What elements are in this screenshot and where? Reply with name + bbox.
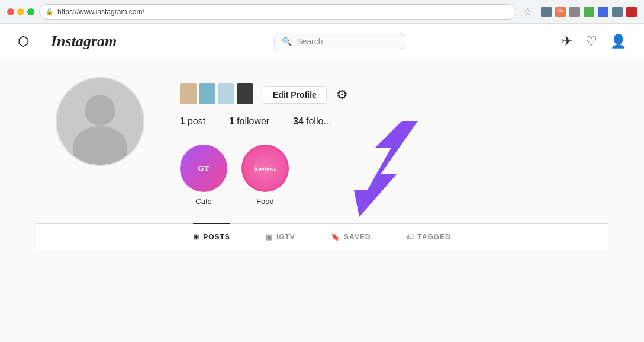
browser-dots	[7, 8, 34, 15]
saved-tab-label: SAVED	[344, 233, 371, 241]
profile-info: Edit Profile ⚙ 1 post 1 follower 34	[180, 77, 588, 206]
saved-tab-icon: 🔖	[331, 233, 340, 241]
instagram-icon: ⬡	[18, 34, 29, 49]
igtv-tab-label: IGTV	[276, 233, 295, 241]
tab-posts[interactable]: ⊞ POSTS	[193, 223, 230, 250]
highlight-cafe-circle[interactable]: GT	[180, 145, 227, 192]
tab-igtv[interactable]: ▣ IGTV	[266, 224, 295, 250]
followers-count: 1	[229, 116, 234, 127]
avatar-head	[85, 95, 115, 126]
following-count: 34	[293, 116, 304, 127]
posts-tab-icon: ⊞	[193, 233, 199, 241]
posts-count: 1	[180, 116, 185, 127]
story-thumbnails	[180, 83, 253, 104]
highlight-cafe-label: Cafe	[195, 197, 211, 206]
tab-saved[interactable]: 🔖 SAVED	[331, 224, 371, 250]
story-thumb-1	[180, 83, 197, 104]
instagram-logo: Instagram	[51, 33, 117, 50]
story-thumb-3	[218, 83, 234, 104]
extension-icons: 25	[541, 7, 637, 17]
activity-icon[interactable]: ♡	[585, 34, 597, 49]
igtv-tab-icon: ▣	[266, 233, 273, 241]
highlight-cafe[interactable]: GT Cafe	[180, 145, 227, 206]
story-thumb-4	[237, 83, 253, 104]
posts-stat: 1 post	[180, 116, 205, 127]
top-nav: ⬡ Instagram 🔍 Search ✈ ♡ 👤	[0, 24, 644, 59]
search-placeholder: Search	[297, 37, 323, 46]
tagged-tab-icon: 🏷	[406, 233, 414, 241]
ext-4	[584, 7, 594, 17]
avatar-area	[56, 77, 144, 166]
main-content: Edit Profile ⚙ 1 post 1 follower 34	[0, 59, 644, 342]
followers-label: follower	[237, 116, 269, 127]
browser-chrome: 🔒 https://www.instagram.com/ ☆ 25	[0, 0, 644, 24]
tagged-tab-label: TAGGED	[417, 233, 450, 241]
tab-tagged[interactable]: 🏷 TAGGED	[406, 224, 450, 250]
search-bar[interactable]: 🔍 Search	[274, 33, 404, 50]
highlight-food-label: Food	[256, 197, 274, 206]
minimize-dot[interactable]	[17, 8, 24, 15]
maximize-dot[interactable]	[27, 8, 34, 15]
avatar-body	[73, 126, 127, 165]
settings-icon[interactable]: ⚙	[336, 87, 348, 103]
profile-section: Edit Profile ⚙ 1 post 1 follower 34	[56, 77, 588, 206]
highlight-food-circle[interactable]: Reviews	[242, 145, 289, 192]
story-thumb-2	[199, 83, 215, 104]
highlight-food[interactable]: Reviews Food	[242, 145, 289, 206]
edit-profile-button[interactable]: Edit Profile	[263, 86, 327, 104]
following-label: follo...	[306, 116, 331, 127]
ext-6	[612, 7, 623, 17]
avatar-person	[57, 78, 143, 165]
ext-7	[626, 7, 637, 17]
close-dot[interactable]	[7, 8, 14, 15]
followers-stat[interactable]: 1 follower	[229, 116, 269, 127]
tabs-row: ⊞ POSTS ▣ IGTV 🔖 SAVED 🏷 TAGGED	[36, 223, 608, 250]
logo-divider	[40, 33, 40, 50]
ext-5	[598, 7, 608, 17]
url-text: https://www.instagram.com/	[57, 8, 144, 16]
posts-label: post	[188, 116, 205, 127]
ext-3	[569, 7, 580, 17]
ext-2: 25	[555, 7, 566, 17]
lock-icon: 🔒	[46, 8, 54, 15]
address-bar[interactable]: 🔒 https://www.instagram.com/	[39, 4, 516, 20]
highlights-row: GT Cafe Reviews Food	[180, 145, 588, 206]
logo-area: ⬡ Instagram	[18, 33, 117, 50]
profile-icon[interactable]: 👤	[610, 34, 626, 49]
stats-row: 1 post 1 follower 34 follo...	[180, 116, 588, 127]
nav-icons: ✈ ♡ 👤	[562, 34, 626, 49]
explore-icon[interactable]: ✈	[562, 34, 572, 49]
ext-1	[541, 7, 552, 17]
avatar	[56, 77, 144, 166]
posts-tab-label: POSTS	[203, 233, 230, 241]
following-stat[interactable]: 34 follo...	[293, 116, 331, 127]
search-icon: 🔍	[282, 37, 292, 46]
bookmark-icon[interactable]: ☆	[523, 6, 532, 17]
